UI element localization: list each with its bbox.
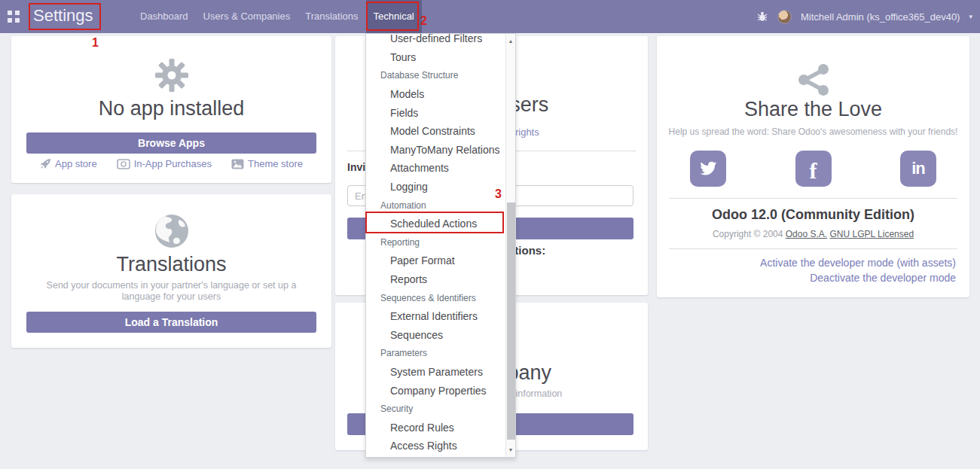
app-store-link[interactable]: App store	[40, 158, 97, 169]
menu-item-attachments[interactable]: Attachments	[366, 159, 506, 178]
odoo-sa-link[interactable]: Odoo S.A.	[786, 229, 827, 239]
menu-item-fields[interactable]: Fields	[366, 103, 506, 122]
menu-section-security: Security	[366, 400, 506, 419]
menu-item-model-constraints[interactable]: Model Constraints	[366, 122, 506, 141]
linkedin-icon: in	[911, 159, 925, 178]
in-app-purchases-label: In-App Purchases	[134, 158, 212, 169]
odoo-settings-page: Settings Dashboard Users & Companies Tra…	[0, 0, 980, 469]
chevron-down-icon: ▾	[969, 13, 972, 20]
user-menu[interactable]: Mitchell Admin (ks_office365_dev40)	[801, 11, 960, 23]
store-links: App store In-App Purchases Theme store	[11, 158, 331, 169]
twitter-button[interactable]	[690, 151, 726, 187]
odoo-version: Odoo 12.0 (Community Edition)	[657, 207, 969, 223]
rocket-icon	[40, 158, 51, 169]
share-card-title: Share the Love	[657, 98, 969, 121]
menu-item-logging[interactable]: Logging	[366, 178, 506, 196]
technical-dropdown-menu: User-defined Filters Tours Database Stru…	[365, 33, 516, 458]
facebook-icon: f	[810, 158, 817, 184]
activate-dev-mode-assets-link[interactable]: Activate the developer mode (with assets…	[760, 257, 956, 269]
coin-icon	[117, 159, 130, 169]
technical-menu-list: User-defined Filters Tours Database Stru…	[366, 33, 506, 455]
bug-icon[interactable]	[756, 11, 768, 23]
apps-card-title: No app installed	[11, 97, 331, 120]
menu-item-paper-format[interactable]: Paper Format	[366, 251, 506, 270]
nav-item-translations[interactable]: Translations	[298, 0, 365, 33]
menu-item-models[interactable]: Models	[366, 85, 506, 104]
menu-item-access-rights[interactable]: Access Rights	[366, 437, 506, 455]
deactivate-dev-mode-link[interactable]: Deactivate the developer mode	[810, 272, 956, 284]
theme-store-label: Theme store	[248, 158, 303, 169]
menu-item-record-rules[interactable]: Record Rules	[366, 418, 506, 437]
globe-icon	[11, 214, 331, 248]
translations-card-title: Translations	[11, 253, 331, 276]
navbar-right: Mitchell Admin (ks_office365_dev40) ▾	[756, 0, 972, 33]
image-icon	[231, 159, 244, 169]
scroll-down-icon[interactable]: ▼	[506, 447, 515, 452]
menu-section-automation: Automation	[366, 196, 506, 215]
scroll-up-icon[interactable]: ▲	[506, 38, 515, 44]
menu-section-database-structure: Database Structure	[366, 66, 506, 85]
menu-item-company-properties[interactable]: Company Properties	[366, 381, 506, 400]
nav-item-dashboard[interactable]: Dashboard	[133, 0, 196, 33]
menu-item-system-parameters[interactable]: System Parameters	[366, 363, 506, 382]
copyright-line: Copyright © 2004 Odoo S.A. GNU LGPL Lice…	[657, 229, 969, 239]
facebook-button[interactable]: f	[795, 151, 832, 187]
translations-card-subtitle: Send your documents in your partner's la…	[34, 280, 309, 303]
nav-item-users-companies[interactable]: Users & Companies	[196, 0, 298, 33]
menu-section-parameters: Parameters	[366, 344, 506, 363]
share-card-subtitle: Help us spread the word: Share Odoo's aw…	[657, 126, 969, 137]
top-navbar: Settings Dashboard Users & Companies Tra…	[0, 0, 980, 33]
linkedin-button[interactable]: in	[900, 151, 936, 187]
user-avatar[interactable]	[777, 10, 792, 24]
nav-item-technical[interactable]: Technical	[366, 0, 422, 33]
twitter-icon	[698, 160, 719, 178]
share-icon	[657, 63, 969, 96]
gear-icon	[11, 57, 331, 93]
menu-item-external-identifiers[interactable]: External Identifiers	[366, 307, 506, 326]
browse-apps-button[interactable]: Browse Apps	[26, 132, 316, 154]
scrollbar-thumb[interactable]	[507, 203, 515, 440]
apps-card: No app installed Browse Apps App store I…	[11, 36, 331, 183]
divider	[669, 248, 957, 249]
menu-item-manytomany-relations[interactable]: ManyToMany Relations	[366, 141, 506, 160]
gnu-lgpl-link[interactable]: GNU LGPL Licensed	[830, 229, 914, 239]
app-title-settings[interactable]: Settings	[33, 6, 93, 26]
social-row: f in	[657, 151, 969, 187]
load-translation-button[interactable]: Load a Translation	[26, 312, 316, 333]
menu-item-sequences[interactable]: Sequences	[366, 326, 506, 345]
copyright-text: Copyright © 2004	[713, 229, 786, 239]
menu-item-reports[interactable]: Reports	[366, 270, 506, 289]
menu-section-sequences-identifiers: Sequences & Identifiers	[366, 288, 506, 307]
divider	[669, 198, 957, 199]
menu-section-reporting: Reporting	[366, 233, 506, 252]
menu-item-tours[interactable]: Tours	[366, 48, 506, 67]
menu-item-user-defined-filters[interactable]: User-defined Filters	[366, 33, 506, 48]
dropdown-scrollbar[interactable]: ▲ ▼	[505, 34, 515, 457]
app-store-label: App store	[55, 158, 97, 169]
apps-grid-icon[interactable]	[8, 11, 20, 23]
theme-store-link[interactable]: Theme store	[231, 158, 303, 169]
nav-menu: Dashboard Users & Companies Translations…	[133, 0, 422, 33]
share-card: Share the Love Help us spread the word: …	[657, 36, 969, 297]
translations-card: Translations Send your documents in your…	[11, 194, 331, 348]
in-app-purchases-link[interactable]: In-App Purchases	[117, 158, 212, 169]
menu-item-scheduled-actions[interactable]: Scheduled Actions	[366, 215, 506, 233]
